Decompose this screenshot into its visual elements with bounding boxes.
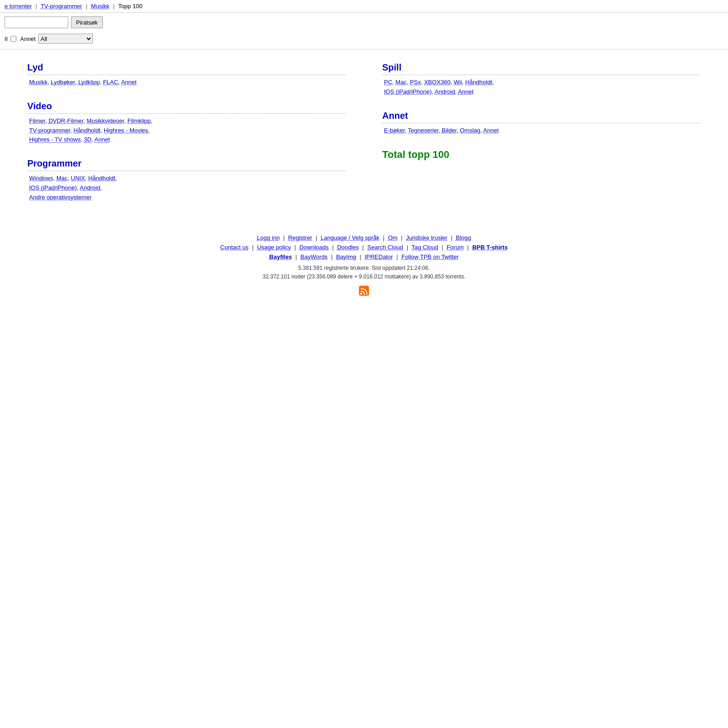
category-select[interactable]: All: [38, 34, 93, 44]
search-bar: Piratsøk: [0, 13, 728, 32]
footer-tpb-tshirts[interactable]: BPB T-shirts: [472, 244, 508, 251]
footer-forum[interactable]: Forum: [447, 244, 464, 251]
annet-links: E-bøker, Tegneserier, Bilder, Omslag, An…: [382, 126, 701, 136]
nav-e-torrenter[interactable]: e torrenter: [5, 3, 32, 10]
programmer-links: Windows, Mac, UNIX, Håndholdt, IOS (iPad…: [27, 174, 346, 202]
lyd-lydklipp[interactable]: Lydklipp: [78, 79, 100, 86]
footer-bayimg[interactable]: BayImg: [336, 253, 356, 260]
annet-label: Annet: [20, 35, 35, 42]
footer-contact[interactable]: Contact us: [220, 244, 248, 251]
video-handholdt[interactable]: Håndholdt: [74, 127, 101, 134]
video-dvdr[interactable]: DVDR-Filmer: [49, 117, 84, 124]
video-highres-tv[interactable]: Highres - TV shows: [29, 136, 81, 143]
video-filmklipp[interactable]: Filmklipp: [127, 117, 151, 124]
footer-logg-inn[interactable]: Logg inn: [257, 234, 280, 241]
annet-bilder[interactable]: Bilder: [442, 127, 457, 134]
video-tvprogrammer[interactable]: TV-programmer: [29, 127, 70, 134]
footer-ipredator[interactable]: IPREDator: [364, 253, 393, 260]
spill-mac[interactable]: Mac: [395, 79, 407, 86]
prog-windows[interactable]: Windows: [29, 175, 53, 182]
category-total-topp: Total topp 100: [382, 149, 701, 161]
top-divider: [0, 49, 728, 50]
lyd-flac[interactable]: FLAC: [103, 79, 118, 86]
search-button[interactable]: Piratsøk: [71, 16, 103, 28]
lyd-annet[interactable]: Annet: [121, 79, 136, 86]
nav-sep-3: |: [113, 3, 114, 10]
nav-topp100: Topp 100: [118, 3, 143, 10]
footer-links-row1: Logg inn | Registrer | Language / Velg s…: [5, 234, 723, 241]
category-video: Video Filmer, DVDR-Filmer, Musikkvideoer…: [27, 101, 346, 145]
video-annet[interactable]: Annet: [95, 136, 110, 143]
spill-xbox360[interactable]: XBOX360: [424, 79, 450, 86]
footer-om[interactable]: Om: [388, 234, 398, 241]
prog-unix[interactable]: UNIX: [71, 175, 85, 182]
footer-links-row2: Contact us | Usage policy | Downloads | …: [5, 244, 723, 251]
category-programmer: Programmer Windows, Mac, UNIX, Håndholdt…: [27, 158, 346, 202]
total-topp-title[interactable]: Total topp 100: [382, 149, 450, 160]
spill-pc[interactable]: PC: [384, 79, 392, 86]
prog-andre[interactable]: Andre operativsystemer: [29, 194, 91, 201]
video-musikkvideoer[interactable]: Musikkvideoer: [86, 117, 124, 124]
stats-line2: 32.372.101 noder (23.356.089 delere + 9.…: [5, 273, 723, 281]
footer-doodles[interactable]: Doodles: [337, 244, 359, 251]
annet-omslag[interactable]: Omslag: [460, 127, 480, 134]
right-column: Spill PC, Mac, PSx, XBOX360, Wii, Håndho…: [382, 62, 701, 216]
nav-tv-programmer[interactable]: TV-programmer: [40, 3, 82, 10]
footer-language[interactable]: Language / Velg språk: [321, 234, 379, 241]
nav-sep-1: |: [35, 3, 37, 10]
lyd-musikk[interactable]: Musikk: [29, 79, 47, 86]
spill-psx[interactable]: PSx: [410, 79, 421, 86]
stats-line1: 5.381.591 registrerte brukere. Sist oppd…: [5, 264, 723, 273]
footer-bayfiles[interactable]: Bayfiles: [269, 253, 292, 260]
prog-handholdt[interactable]: Håndholdt: [88, 175, 115, 182]
footer-search-cloud[interactable]: Search Cloud: [367, 244, 403, 251]
lyd-links: Musikk, Lydbøker, Lydklipp, FLAC, Annet: [27, 78, 346, 87]
video-3d[interactable]: 3D: [84, 136, 91, 143]
annet-checkbox[interactable]: [10, 36, 16, 42]
footer-follow-twitter[interactable]: Follow TPB on Twitter: [401, 253, 459, 260]
nav-musikk[interactable]: Musikk: [91, 3, 109, 10]
footer-links-row3: Bayfiles | BayWords | BayImg | IPREDator…: [5, 253, 723, 260]
footer-juridiske[interactable]: Juridiske trusler: [406, 234, 447, 241]
footer-tag-cloud[interactable]: Tag Cloud: [411, 244, 438, 251]
prog-mac[interactable]: Mac: [56, 175, 68, 182]
footer-downloads[interactable]: Downloads: [299, 244, 329, 251]
spill-handholdt[interactable]: Håndholdt: [465, 79, 492, 86]
svg-point-1: [360, 293, 362, 295]
footer-blogg[interactable]: Blogg: [456, 234, 471, 241]
footer-stats: 5.381.591 registrerte brukere. Sist oppd…: [5, 264, 723, 281]
lyd-title[interactable]: Lyd: [27, 62, 346, 75]
prog-android[interactable]: Android: [80, 184, 100, 191]
nav-sep-2: |: [86, 3, 87, 10]
annet-title[interactable]: Annet: [382, 111, 701, 123]
video-title[interactable]: Video: [27, 101, 346, 114]
rss-link[interactable]: [359, 290, 369, 297]
spill-title[interactable]: Spill: [382, 62, 701, 75]
prog-ios[interactable]: IOS (iPad/iPhone): [29, 184, 77, 191]
footer-registrer[interactable]: Registrer: [288, 234, 312, 241]
spill-links: PC, Mac, PSx, XBOX360, Wii, Håndholdt, I…: [382, 78, 701, 97]
footer-baywords[interactable]: BayWords: [300, 253, 328, 260]
category-annet: Annet E-bøker, Tegneserier, Bilder, Omsl…: [382, 111, 701, 136]
spill-annet[interactable]: Annet: [458, 88, 474, 95]
rss-svg-icon: [359, 286, 369, 296]
category-spill: Spill PC, Mac, PSx, XBOX360, Wii, Håndho…: [382, 62, 701, 97]
spill-wii[interactable]: Wii: [454, 79, 462, 86]
video-highres-movies[interactable]: Highres - Movies: [104, 127, 148, 134]
video-links: Filmer, DVDR-Filmer, Musikkvideoer, Film…: [27, 116, 346, 145]
category-lyd: Lyd Musikk, Lydbøker, Lydklipp, FLAC, An…: [27, 62, 346, 87]
footer-usage[interactable]: Usage policy: [257, 244, 291, 251]
spill-ios[interactable]: IOS (iPad/iPhone): [384, 88, 432, 95]
top-nav: e torrenter | TV-programmer | Musikk | T…: [0, 0, 728, 13]
spill-android[interactable]: Android: [435, 88, 455, 95]
programmer-title[interactable]: Programmer: [27, 158, 346, 171]
search-input[interactable]: [5, 16, 68, 28]
video-filmer[interactable]: Filmer: [29, 117, 45, 124]
annet-ebøker[interactable]: E-bøker: [384, 127, 405, 134]
rss-icon-container[interactable]: [5, 286, 723, 297]
annet-tegneserier[interactable]: Tegneserier: [408, 127, 439, 134]
left-column: Lyd Musikk, Lydbøker, Lydklipp, FLAC, An…: [27, 62, 346, 216]
lyd-lydbøker[interactable]: Lydbøker: [51, 79, 75, 86]
filter-label-ii: II: [5, 35, 8, 42]
annet-annet[interactable]: Annet: [483, 127, 499, 134]
